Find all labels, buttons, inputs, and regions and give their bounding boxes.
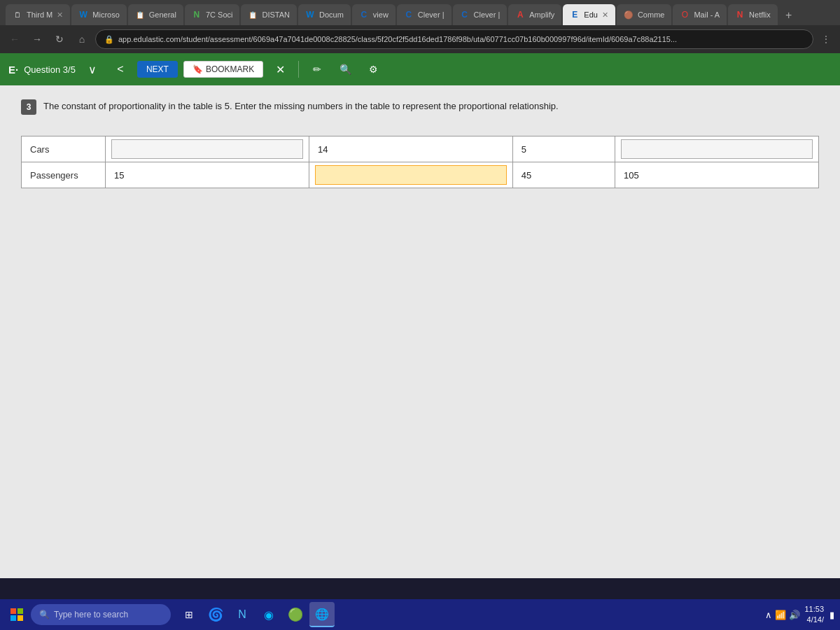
passengers-cell-4: 105 [615,162,819,188]
tab-distan[interactable]: 📋 DISTAN [241,4,297,25]
next-label: NEXT [146,64,169,74]
back-button[interactable]: ← [6,30,24,48]
assessment-toolbar: E· Question 3/5 ∨ < NEXT 🔖 BOOKMARK ✕ ✏ … [0,53,840,85]
tab-third-m[interactable]: 🗒 Third M ✕ [6,4,70,25]
main-content: 3 The constant of proportionality in the… [0,85,840,578]
tab-amplify[interactable]: A Amplify [508,4,561,25]
tab-label-netflix: Netflix [749,10,771,19]
taskbar-right: ∧ 📶 🔊 11:53 4/14/ ▮ [765,604,834,626]
lock-icon: 🔒 [104,35,114,44]
chevron-up-icon[interactable]: ∧ [765,610,772,620]
cars-input-1[interactable] [111,139,303,159]
taskbar-app-edge[interactable]: 🌀 [203,602,228,627]
tab-label-comme: Comme [638,10,665,19]
tab-view[interactable]: C view [352,4,396,25]
close-btn[interactable]: ✕ [269,58,291,80]
tab-label-mail: Mail - A [694,10,720,19]
passengers-cell-1: 15 [106,162,309,188]
tab-label-general: General [149,10,176,19]
cars-value-2: 14 [318,144,328,155]
tab-icon-microsof: W [78,10,88,20]
tab-comme[interactable]: 🟤 Comme [617,4,672,25]
network-icon[interactable]: 📶 [775,610,786,620]
tab-icon-7c-soci: N [192,10,202,20]
show-desktop-btn[interactable]: ▮ [830,610,834,620]
cars-input-cell-1[interactable] [106,136,309,162]
taskbar-app-taskview[interactable]: ⊞ [176,602,202,627]
passengers-value-1: 15 [114,170,124,181]
volume-icon[interactable]: 🔊 [789,610,800,620]
taskbar-time-display: 11:53 [804,604,824,615]
svg-rect-0 [10,608,16,614]
passengers-input-2[interactable] [315,165,507,185]
taskbar-app-browser[interactable]: 🌐 [309,602,335,627]
svg-rect-1 [18,608,23,614]
taskbar-app-chrome[interactable]: 🟢 [283,602,308,627]
tab-label-microsof: Microso [92,10,120,19]
taskbar-search-box[interactable]: 🔍 [31,604,171,625]
svg-rect-2 [10,615,16,621]
address-input[interactable]: 🔒 app.edulastic.com/student/assessment/6… [95,29,813,49]
taskbar-app-edge-2[interactable]: ◉ [256,602,281,627]
extensions-area: ⋮ [818,31,834,48]
cars-cell-2: 14 [309,136,512,162]
bookmark-button[interactable]: 🔖 BOOKMARK [183,61,263,78]
bookmark-label: BOOKMARK [206,64,254,74]
tab-general[interactable]: 📋 General [128,4,183,25]
passengers-value-4: 105 [624,170,639,181]
question-label: Question 3/5 [24,64,76,75]
passengers-label: Passengers [22,162,106,188]
tab-netflix[interactable]: N Netflix [728,4,778,25]
tab-icon-distan: 📋 [248,10,258,20]
windows-icon [10,608,24,622]
taskbar-clock[interactable]: 11:53 4/14/ [804,604,824,626]
reload-button[interactable]: ↻ [50,30,69,48]
tab-clever2[interactable]: C Clever | [453,4,507,25]
search-btn[interactable]: 🔍 [334,58,356,80]
tab-7c-soci[interactable]: N 7C Soci [185,4,240,25]
scratchpad-btn[interactable]: ✏ [306,58,328,80]
tab-label-distan: DISTAN [262,10,290,19]
tab-edu[interactable]: E Edu ✕ [563,4,615,25]
settings-btn[interactable]: ⚙ [362,58,384,80]
tab-label-view: view [373,10,388,19]
taskbar-search-input[interactable] [54,610,162,620]
cars-input-4[interactable] [621,139,813,159]
tab-icon-mail: O [680,10,690,20]
tab-icon-edu: E [570,10,580,20]
tab-mail[interactable]: O Mail - A [673,4,727,25]
tab-label-amplify: Amplify [529,10,554,19]
start-button[interactable] [6,603,28,626]
tab-icon-netflix: N [735,10,745,20]
home-button[interactable]: ⌂ [73,30,91,48]
search-icon: 🔍 [39,610,50,620]
tab-icon-general: 📋 [135,10,145,20]
next-button[interactable]: NEXT [137,61,178,78]
tab-icon-clever1: C [404,10,414,20]
bookmark-icon: 🔖 [192,64,203,74]
cars-value-3: 5 [522,144,526,155]
tab-icon-clever2: C [460,10,470,20]
passengers-cell-3: 45 [512,162,615,188]
passengers-input-cell-2[interactable] [309,162,512,188]
forward-button[interactable]: → [28,30,46,48]
tab-icon-third-m: 🗒 [13,10,22,20]
tab-close-edu[interactable]: ✕ [602,10,608,20]
tab-microsof[interactable]: W Microso [71,4,127,25]
tab-close-third-m[interactable]: ✕ [57,10,63,20]
cars-input-cell-4[interactable] [615,136,819,162]
tab-docum[interactable]: W Docum [298,4,351,25]
tab-label-clever1: Clever | [418,10,444,19]
taskbar-app-notepad[interactable]: N [230,602,255,627]
taskbar: 🔍 ⊞ 🌀 N ◉ 🟢 🌐 ∧ 📶 🔊 11:53 4/14/ ▮ [0,599,840,630]
taskbar-apps: ⊞ 🌀 N ◉ 🟢 🌐 [176,602,762,627]
tab-clever1[interactable]: C Clever | [397,4,451,25]
svg-rect-3 [18,615,23,621]
new-tab-button[interactable]: + [779,6,799,25]
toolbar-divider [298,61,299,78]
question-text: The constant of proportionality in the t… [43,99,559,113]
extension-btn-1[interactable]: ⋮ [818,31,834,48]
prev-question-btn[interactable]: < [109,58,132,80]
tab-label-docum: Docum [319,10,344,19]
dropdown-btn[interactable]: ∨ [81,58,104,80]
